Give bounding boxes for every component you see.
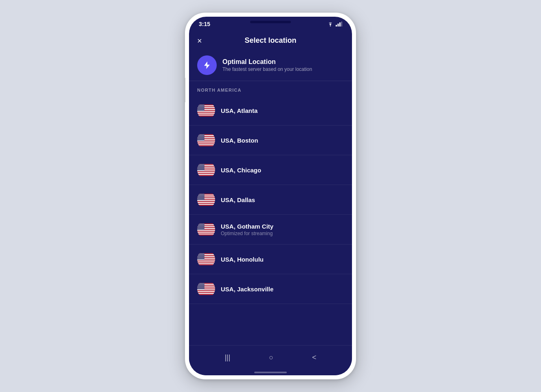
svg-point-58 [200, 110, 200, 110]
svg-point-231 [203, 196, 203, 196]
svg-point-323 [204, 229, 204, 230]
svg-rect-269 [197, 232, 215, 233]
bolt-icon [202, 61, 211, 70]
flag-circle [197, 191, 215, 209]
svg-point-410 [200, 284, 201, 284]
svg-point-360 [198, 256, 198, 257]
svg-point-247 [202, 198, 203, 198]
svg-point-424 [198, 286, 198, 286]
header-title: Select location [244, 36, 296, 45]
svg-point-66 [202, 110, 203, 111]
svg-point-221 [198, 195, 198, 196]
svg-point-447 [199, 289, 199, 289]
svg-point-384 [200, 259, 200, 260]
location-item[interactable]: USA, Atlanta [189, 96, 352, 126]
svg-point-357 [200, 255, 201, 256]
svg-point-378 [200, 258, 200, 259]
svg-point-216 [198, 195, 199, 195]
svg-rect-15 [197, 115, 215, 116]
svg-point-278 [202, 224, 203, 224]
svg-point-63 [199, 110, 199, 111]
svg-point-274 [198, 224, 198, 224]
pill-notch [250, 21, 291, 23]
svg-point-408 [198, 284, 199, 284]
svg-point-86 [202, 134, 203, 135]
svg-point-438 [201, 287, 202, 288]
svg-rect-398 [197, 292, 215, 293]
svg-rect-77 [197, 143, 215, 144]
wifi-icon [327, 22, 334, 26]
svg-point-181 [200, 168, 200, 169]
svg-point-223 [200, 195, 200, 196]
location-item[interactable]: USA, Chicago [189, 155, 352, 185]
svg-point-49 [202, 108, 202, 109]
svg-point-158 [199, 165, 199, 166]
svg-point-152 [198, 165, 199, 165]
location-item[interactable]: USA, Jacksonville [189, 274, 352, 304]
svg-point-233 [199, 197, 199, 197]
svg-point-36 [200, 107, 200, 107]
svg-rect-268 [197, 231, 215, 232]
recent-apps-button[interactable]: ||| [224, 353, 230, 362]
location-item[interactable]: USA, Gotham CityOptimized for streaming [189, 215, 352, 244]
svg-point-162 [204, 165, 204, 166]
svg-point-179 [198, 168, 198, 169]
location-item[interactable]: USA, Honolulu [189, 244, 352, 274]
svg-point-448 [200, 289, 200, 289]
svg-point-169 [199, 167, 199, 167]
svg-point-387 [204, 259, 204, 260]
svg-point-234 [200, 197, 200, 197]
svg-rect-334 [197, 262, 215, 264]
scroll-content[interactable]: Optimal Location The fastest server base… [189, 50, 352, 345]
svg-point-363 [201, 256, 202, 257]
svg-point-245 [200, 198, 200, 198]
svg-rect-12 [197, 112, 215, 113]
svg-point-301 [204, 227, 204, 227]
svg-point-411 [202, 284, 202, 284]
svg-point-446 [198, 289, 198, 289]
svg-point-406 [202, 283, 203, 284]
svg-point-46 [198, 108, 199, 109]
location-name: USA, Dallas [221, 196, 255, 203]
svg-rect-14 [197, 114, 215, 115]
svg-point-100 [200, 137, 200, 137]
svg-point-340 [200, 253, 200, 254]
svg-point-44 [202, 108, 203, 108]
svg-point-413 [198, 284, 198, 285]
svg-point-24 [198, 106, 199, 106]
close-button[interactable]: × [197, 37, 202, 45]
back-button[interactable]: < [312, 353, 317, 362]
svg-point-450 [202, 289, 203, 289]
svg-point-177 [202, 168, 202, 168]
svg-point-366 [198, 257, 199, 258]
svg-point-437 [200, 287, 200, 288]
svg-point-303 [200, 227, 200, 228]
location-item[interactable]: USA, Dallas [189, 185, 352, 215]
svg-rect-333 [197, 262, 215, 263]
svg-rect-139 [197, 170, 215, 172]
svg-point-249 [198, 199, 199, 199]
svg-point-317 [203, 229, 203, 229]
svg-point-254 [198, 200, 198, 200]
location-item[interactable]: USA, Boston [189, 126, 352, 155]
optimal-location-item[interactable]: Optimal Location The fastest server base… [189, 50, 352, 81]
svg-point-342 [202, 253, 203, 254]
svg-point-155 [202, 165, 202, 165]
svg-point-380 [202, 258, 202, 259]
svg-point-108 [202, 137, 203, 138]
svg-point-159 [200, 165, 200, 166]
svg-point-297 [199, 227, 199, 227]
svg-point-21 [201, 105, 202, 105]
svg-point-252 [202, 199, 202, 199]
home-button[interactable]: ○ [269, 353, 273, 362]
phone-frame: 3:15 [185, 13, 356, 379]
svg-point-258 [202, 200, 203, 200]
svg-point-39 [203, 107, 203, 107]
svg-point-306 [203, 227, 203, 228]
svg-point-436 [199, 287, 199, 288]
svg-point-127 [199, 140, 199, 141]
svg-rect-332 [197, 260, 215, 262]
svg-point-213 [201, 194, 202, 194]
svg-point-52 [199, 109, 199, 109]
location-text: USA, Jacksonville [221, 286, 273, 293]
